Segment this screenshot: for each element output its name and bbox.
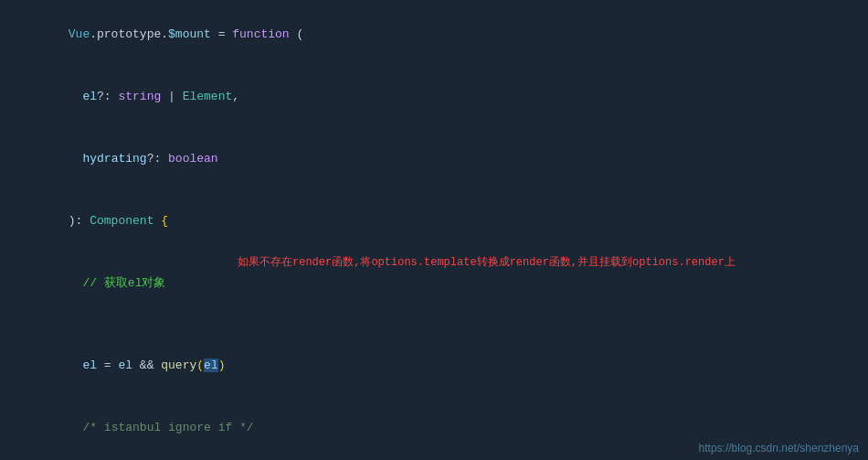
token-optional: ?: <box>97 90 118 103</box>
token-pipe: | <box>161 90 182 103</box>
token-optional2: ?: <box>147 152 168 166</box>
line-content-5: // 获取el对象 如果不存在render函数,将options.templat… <box>18 253 868 334</box>
code-line-6: el = el && query(el) <box>0 335 868 397</box>
code-line-3: hydrating?: boolean <box>0 128 868 190</box>
watermark: https://blog.csdn.net/shenzhenya <box>699 442 859 455</box>
token-el-param: el <box>82 90 97 103</box>
token-close-p: ) <box>218 358 226 372</box>
token-comma: , <box>232 90 239 103</box>
token-query-fn: query <box>161 358 196 372</box>
token-dot: .prototype. <box>90 27 168 41</box>
token-paren: ( <box>290 27 304 41</box>
token-assign: = <box>97 358 118 372</box>
token-hydrating-param: hydrating <box>82 152 146 166</box>
token-open-p: ( <box>196 358 204 372</box>
token-space <box>69 358 83 372</box>
token-istanbul-comment: /* istanbul ignore if */ <box>82 421 253 434</box>
token-space <box>69 421 83 434</box>
line-content-2: el?: string | Element, <box>18 67 868 127</box>
token-el-highlight: el <box>204 358 218 372</box>
token-space <box>69 276 83 290</box>
code-line-4: ): Component { <box>0 190 868 252</box>
token-open-brace: { <box>153 214 168 228</box>
code-line-1: Vue.prototype.$mount = function ( <box>0 4 868 66</box>
token-space <box>69 152 83 166</box>
token-close-paren: ): <box>69 214 90 228</box>
token-function: function <box>232 27 289 41</box>
annotation-text: 如果不存在render函数,将options.template转换成render… <box>238 252 868 273</box>
token-comment-el: // 获取el对象 <box>82 276 165 290</box>
token-space <box>69 90 83 103</box>
line-content-1: Vue.prototype.$mount = function ( <box>18 5 868 65</box>
token-string-type: string <box>118 90 161 103</box>
token-mount: $mount <box>168 27 211 41</box>
token-component-type: Component <box>90 214 153 228</box>
code-line-5: // 获取el对象 如果不存在render函数,将options.templat… <box>0 252 868 335</box>
token-boolean-type: boolean <box>168 152 218 166</box>
token-el1: el <box>82 358 97 372</box>
token-eq: = <box>211 27 232 41</box>
line-content-3: hydrating?: boolean <box>18 129 868 189</box>
code-line-2: el?: string | Element, <box>0 66 868 128</box>
token-and: && <box>132 358 161 372</box>
token-vue: Vue <box>69 27 90 41</box>
token-element-type: Element <box>183 90 233 103</box>
line-content-6: el = el && query(el) <box>18 336 868 396</box>
token-el2: el <box>118 358 132 372</box>
code-editor: Vue.prototype.$mount = function ( el?: s… <box>0 0 868 460</box>
line-content-4: ): Component { <box>18 191 868 251</box>
